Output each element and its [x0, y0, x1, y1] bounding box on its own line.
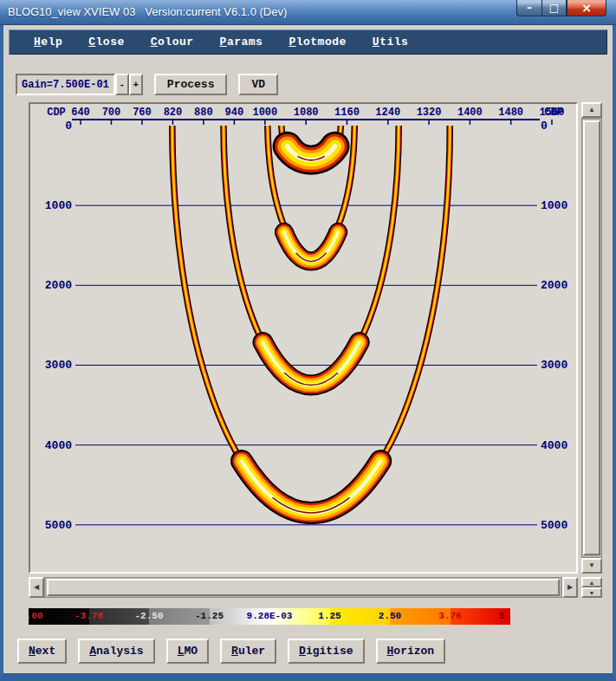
horizontal-scrollbar-thumb[interactable] — [47, 579, 560, 596]
action-button-row: NextAnalysisLMORulerDigitiseHorizon — [17, 639, 445, 664]
colorbar-segment — [210, 608, 270, 625]
cdp-tick-label: 1160 — [334, 107, 360, 119]
cdp-tick-label: 820 — [164, 107, 183, 119]
time-label-left: 2000 — [45, 279, 72, 292]
maximize-button[interactable]: □ — [541, 0, 567, 16]
cdp-tick-label: 940 — [225, 107, 244, 119]
time-label-right: 5000 — [541, 519, 567, 532]
vertical-scrollbar: ▲ ▼ — [581, 102, 602, 574]
scroll-down-icon: ▼ — [588, 562, 595, 569]
time-label-left: 0 — [65, 120, 72, 133]
time-grid: 0010001000200020003000300040004000500050… — [45, 120, 568, 532]
lmo-button[interactable]: LMO — [166, 639, 209, 664]
button-label: Analysis — [89, 645, 143, 658]
button-label: Horizon — [387, 645, 435, 658]
cdp-tick-label: 760 — [133, 107, 152, 119]
gain-increase-button[interactable]: + — [129, 74, 143, 95]
time-label-left: 1000 — [45, 199, 72, 212]
menu-bar: HelpCloseColourParamsPlotmodeUtils — [9, 29, 607, 55]
time-label-left: 5000 — [45, 519, 72, 532]
colorbar-segment — [390, 608, 451, 625]
menu-item-plotmode[interactable]: Plotmode — [289, 36, 346, 49]
scroll-up-icon: ▲ — [588, 107, 595, 114]
cdp-axis: 6407007608208809401000108011601240132014… — [47, 107, 564, 125]
colorbar-segments — [29, 608, 510, 625]
maximize-icon: □ — [549, 2, 559, 14]
button-label: LMO — [178, 645, 198, 658]
smile-4 — [172, 126, 451, 513]
amplitude-colorbar: -5.00-3.76-2.50-1.259.28E-031.252.503.76… — [29, 608, 510, 625]
digitise-button[interactable]: Digitise — [288, 639, 364, 664]
vertical-scrollbar-thumb[interactable] — [583, 120, 600, 555]
corner-down-button[interactable]: ▼ — [581, 587, 602, 598]
title-bar[interactable]: BLOG10_view XVIEW 03 Version:current V6.… — [0, 0, 616, 25]
cdp-axis-label-left: CDP — [47, 107, 66, 119]
toolbar: Gain=7.500E-01 - + Process VD — [16, 74, 278, 95]
seismic-plot: 0010001000200020003000300040004000500050… — [30, 104, 576, 572]
minimize-button[interactable]: – — [516, 0, 541, 16]
horizontal-scrollbar-track[interactable] — [44, 577, 562, 598]
vd-button[interactable]: VD — [238, 74, 278, 95]
horizon-button[interactable]: Horizon — [376, 639, 446, 664]
time-label-right: 2000 — [541, 279, 567, 292]
vertical-scrollbar-track[interactable] — [581, 118, 602, 558]
time-label-right: 3000 — [541, 359, 567, 372]
scroll-right-icon: ▶ — [567, 584, 573, 591]
cdp-tick-label: 1480 — [498, 107, 523, 119]
cdp-tick-label: 1080 — [294, 107, 319, 119]
cdp-tick-label: 880 — [194, 107, 213, 119]
colorbar-segment — [89, 608, 150, 625]
plot-area[interactable]: 0010001000200020003000300040004000500050… — [29, 102, 578, 574]
cdp-axis-label-right: CDP — [544, 107, 563, 119]
close-icon: × — [581, 1, 592, 15]
analysis-button[interactable]: Analysis — [78, 639, 154, 664]
gain-value: Gain=7.500E-01 — [22, 79, 109, 91]
menu-item-label: Plotmode — [289, 36, 346, 49]
colorbar-segment — [269, 608, 330, 625]
time-label-left: 4000 — [45, 439, 72, 452]
button-label: Ruler — [231, 645, 265, 658]
colorbar-segment — [330, 608, 391, 625]
time-label-left: 3000 — [45, 359, 72, 372]
cdp-tick-label: 700 — [102, 107, 121, 119]
cdp-tick-label: 1320 — [417, 107, 442, 119]
process-button[interactable]: Process — [154, 74, 228, 95]
button-label: Digitise — [299, 645, 353, 658]
corner-down-icon: ▼ — [589, 590, 595, 596]
colorbar-segment — [451, 608, 511, 625]
menu-item-label: Help — [34, 36, 62, 49]
menu-item-params[interactable]: Params — [220, 36, 263, 49]
time-label-right: 4000 — [541, 439, 567, 452]
window-controls: – □ × — [516, 0, 606, 16]
menu-item-utils[interactable]: Utils — [373, 36, 409, 49]
ruler-button[interactable]: Ruler — [220, 639, 276, 664]
colorbar-segment — [29, 608, 89, 625]
cdp-tick-label: 1000 — [252, 107, 277, 119]
next-button[interactable]: Next — [17, 639, 67, 664]
time-label-right: 1000 — [541, 199, 567, 212]
menu-item-colour[interactable]: Colour — [151, 36, 194, 49]
minimize-icon: – — [527, 2, 532, 14]
scroll-up-button[interactable]: ▲ — [581, 102, 602, 118]
menu-item-help[interactable]: Help — [34, 36, 62, 49]
smile-1 — [282, 126, 341, 160]
gain-decrease-button[interactable]: - — [115, 74, 129, 95]
cdp-tick-label: 1240 — [375, 107, 400, 119]
menu-item-close[interactable]: Close — [88, 36, 125, 49]
scroll-left-icon: ◀ — [34, 584, 39, 591]
cdp-tick-label: 1400 — [457, 107, 483, 119]
scroll-left-button[interactable]: ◀ — [29, 577, 44, 598]
menu-item-label: Colour — [151, 36, 194, 49]
scroll-down-button[interactable]: ▼ — [581, 558, 602, 574]
window-title: BLOG10_view XVIEW 03 Version:current V6.… — [8, 5, 287, 18]
time-label-right: 0 — [541, 120, 548, 133]
cdp-tick-label: 640 — [71, 107, 90, 119]
menu-item-label: Utils — [373, 36, 409, 49]
corner-up-button[interactable]: ▲ — [581, 577, 602, 587]
close-button[interactable]: × — [567, 0, 606, 16]
app-window: BLOG10_view XVIEW 03 Version:current V6.… — [0, 0, 616, 681]
scroll-right-button[interactable]: ▶ — [562, 577, 578, 598]
colorbar-segment — [149, 608, 210, 625]
scroll-corner: ▲ ▼ — [581, 577, 602, 598]
menu-item-label: Close — [88, 36, 125, 49]
